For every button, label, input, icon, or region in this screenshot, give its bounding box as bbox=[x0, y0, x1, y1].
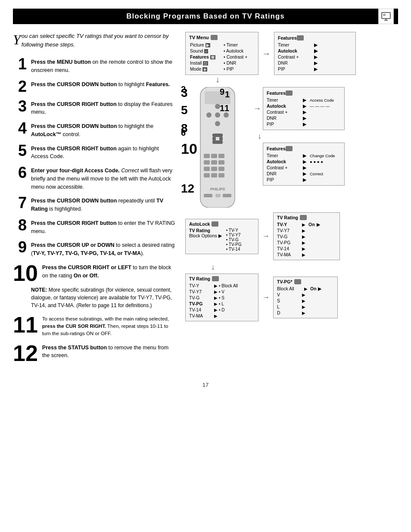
step-8: 8 Press the CURSOR RIGHT button to enter… bbox=[13, 218, 177, 236]
svg-text:PHILIPS: PHILIPS bbox=[210, 187, 225, 191]
tv-rating-box-1: TV Rating TV-Y ▶ On ▶ TV-Y7▶ TV-G▶ TV-PG… bbox=[273, 212, 340, 260]
feat2-pip: PIP▶ bbox=[267, 121, 341, 127]
features-icon-2 bbox=[286, 90, 293, 96]
svg-rect-30 bbox=[223, 194, 231, 197]
step-label-10: 10 bbox=[181, 141, 197, 156]
step-label-11: 11 bbox=[220, 103, 229, 113]
tv-rating-2-title: TV Rating bbox=[189, 276, 255, 281]
diagrams-column: TV Menu Picture ▶ • Timer Sound ♪ • Auto… bbox=[185, 32, 398, 369]
remote-area: 3 5 8 10 9 11 bbox=[185, 87, 250, 209]
al-tvy7: • TV-Y7 bbox=[226, 233, 242, 237]
tv-menu-box: TV Menu Picture ▶ • Timer Sound ♪ • Auto… bbox=[185, 32, 258, 75]
page-number: 17 bbox=[13, 382, 398, 388]
step-10-number: 10 bbox=[13, 262, 38, 284]
drop-cap: Y bbox=[13, 33, 21, 47]
step-11-number: 11 bbox=[13, 314, 38, 336]
tv-menu-icon bbox=[211, 35, 218, 40]
step-7-number: 7 bbox=[13, 195, 27, 211]
svg-rect-19 bbox=[211, 160, 217, 165]
features-title-1: Features bbox=[278, 35, 352, 41]
feat3-dnr: DNR▶Correct bbox=[267, 171, 341, 177]
autolock-title: AutoLock bbox=[189, 221, 255, 227]
al-tv-rating: TV Rating bbox=[189, 228, 222, 233]
svg-rect-17 bbox=[218, 154, 224, 158]
tvr2-tvpg: TV-PG▶• L bbox=[189, 301, 255, 307]
step-3: 3 Press the CURSOR RIGHT button to displ… bbox=[13, 99, 177, 117]
step-6-text: Enter your four-digit Access Code. Corre… bbox=[31, 165, 177, 191]
feat-row-dnr-1: DNR▶ bbox=[278, 60, 352, 66]
step-12: 12 Press the STATUS button to remove the… bbox=[13, 342, 177, 364]
tv-rating-1-title: TV Rating bbox=[277, 215, 336, 220]
svg-point-7 bbox=[206, 112, 212, 118]
feat3-pip: PIP▶ bbox=[267, 177, 341, 183]
svg-rect-28 bbox=[204, 194, 212, 197]
tvr2-tvy: TV-Y▶• Block All bbox=[189, 283, 255, 289]
feat-row-timer-1: Timer▶ bbox=[278, 42, 352, 48]
right-boxes: → Features Timer▶Access Code Autolock▶— … bbox=[253, 87, 345, 186]
autolock-row: AutoLock TV Rating Block Options ▶ • TV-… bbox=[185, 212, 398, 260]
features-title-3: Features bbox=[267, 146, 341, 152]
step-2-text: Press the CURSOR DOWN button to highligh… bbox=[31, 79, 170, 89]
al-tvpg: • TV-PG bbox=[226, 242, 242, 247]
al-tvy: • TV-Y bbox=[226, 228, 242, 233]
tvpg-sub-title: TV-PG* bbox=[277, 279, 334, 284]
arrow-down-2: ↓ bbox=[211, 263, 398, 272]
bottom-diags: AutoLock TV Rating Block Options ▶ • TV-… bbox=[185, 212, 398, 321]
svg-rect-12 bbox=[212, 137, 216, 140]
step-5-number: 5 bbox=[13, 143, 27, 159]
arrows-al: → bbox=[262, 232, 270, 241]
tvpg-blockall: Block All ▶ On ▶ bbox=[277, 286, 334, 292]
step-6-number: 6 bbox=[13, 165, 27, 180]
step-1-number: 1 bbox=[13, 56, 27, 72]
svg-rect-20 bbox=[218, 160, 224, 165]
note-block: NOTE: More specific subratings (for viol… bbox=[31, 286, 177, 309]
step-label-1: 1 bbox=[225, 90, 230, 100]
step-label-12: 12 bbox=[181, 182, 194, 196]
features-box-1: Features Timer▶ Autolock▶ Contrast +▶ DN… bbox=[274, 32, 356, 75]
tvr2-tvma: TV-MA▶ bbox=[189, 313, 255, 319]
tv-rating-box-2: TV Rating TV-Y▶• Block All TV-Y7▶• V TV-… bbox=[185, 274, 258, 321]
tvpg-sub-box: TV-PG* Block All ▶ On ▶ V▶ S▶ L▶ D▶ bbox=[273, 277, 338, 318]
arrow-down-1: ↓ bbox=[258, 132, 345, 141]
remote-svg: PHILIPS bbox=[192, 87, 243, 208]
feat-row-pip-1: PIP▶ bbox=[278, 66, 352, 72]
autolock-content: TV Rating Block Options ▶ • TV-Y • TV-Y7… bbox=[189, 228, 255, 252]
tvr1-tvy: TV-Y ▶ On ▶ bbox=[277, 221, 336, 227]
feat3-autolock: Autolock▶● ● ● ● bbox=[267, 159, 341, 165]
main-layout: Y ou can select specific TV ratings that… bbox=[13, 32, 398, 369]
tvr1-tvpg: TV-PG▶ bbox=[277, 240, 336, 246]
step-9: 9 Press the CURSOR UP or DOWN to select … bbox=[13, 240, 177, 258]
page-title: Blocking Programs Based on TV Ratings bbox=[126, 12, 285, 20]
svg-rect-13 bbox=[219, 137, 223, 140]
step-label-9: 9 bbox=[220, 87, 224, 97]
svg-rect-23 bbox=[218, 167, 224, 171]
arrow-to-feat2: → bbox=[253, 104, 261, 113]
autolock-box: AutoLock TV Rating Block Options ▶ • TV-… bbox=[185, 219, 258, 254]
step-8-number: 8 bbox=[13, 218, 27, 233]
autolock-right: • TV-Y • TV-Y7 • TV-G • TV-PG • TV-14 bbox=[226, 228, 242, 252]
step-10: 10 Press the CURSOR RIGHT or LEFT to tur… bbox=[13, 262, 177, 284]
feat2-autolock: Autolock▶— — — — bbox=[267, 103, 341, 109]
step-5-text: Press the CURSOR RIGHT button again to h… bbox=[31, 143, 177, 161]
feat2-timer: Timer▶Access Code bbox=[267, 97, 341, 103]
tvpg-s: S▶ bbox=[277, 298, 334, 304]
feat2-dnr: DNR▶ bbox=[267, 115, 341, 121]
svg-rect-29 bbox=[215, 194, 221, 197]
tvr2-tvg: TV-G▶• S bbox=[189, 295, 255, 301]
features-icon-3 bbox=[286, 146, 293, 151]
subrating-row: TV Rating TV-Y▶• Block All TV-Y7▶• V TV-… bbox=[185, 274, 398, 321]
page-header: Blocking Programs Based on TV Ratings bbox=[13, 9, 398, 24]
svg-point-10 bbox=[215, 121, 220, 126]
step-11-text: To access these subratings, with the mai… bbox=[42, 314, 177, 338]
step-4-number: 4 bbox=[13, 121, 27, 136]
step-4: 4 Press the CURSOR DOWN button to highli… bbox=[13, 121, 177, 139]
tv-rating-2-icon bbox=[212, 276, 219, 281]
al-tvg: • TV-G bbox=[226, 237, 242, 242]
step-2-number: 2 bbox=[13, 79, 27, 94]
step-9-text: Press the CURSOR UP or DOWN to select a … bbox=[31, 240, 177, 258]
svg-rect-11 bbox=[212, 134, 223, 137]
feat-2-row: → Features Timer▶Access Code Autolock▶— … bbox=[253, 87, 345, 130]
tv-rating-1-icon bbox=[300, 215, 307, 220]
step-12-number: 12 bbox=[13, 342, 38, 364]
step-1-text: Press the MENU button on the remote cont… bbox=[31, 56, 177, 75]
